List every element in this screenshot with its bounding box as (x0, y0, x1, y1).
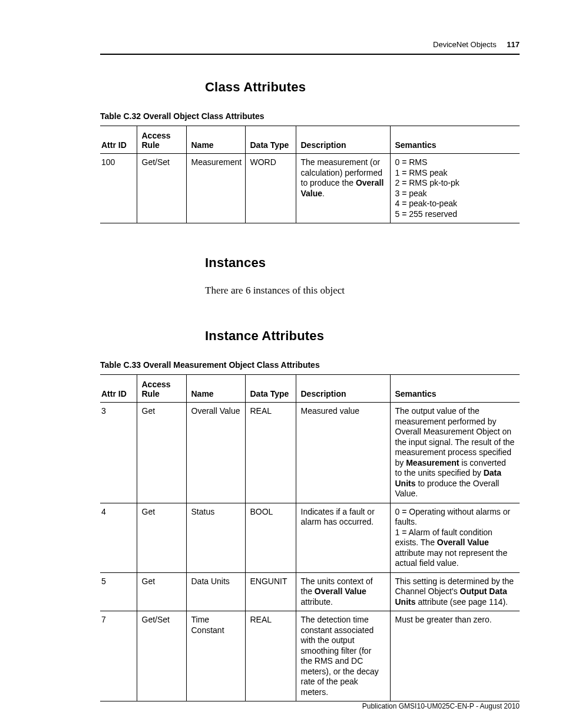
section-label: DeviceNet Objects (433, 40, 497, 49)
cell-desc: The detection time constant associated w… (296, 611, 390, 701)
cell-name: Data Units (186, 572, 245, 611)
cell-sem: This setting is determined by the Channe… (390, 572, 520, 611)
header-rule (100, 54, 520, 55)
cell-desc: Indicates if a fault or alarm has occurr… (296, 503, 390, 572)
cell-id: 100 (100, 154, 137, 223)
cell-dtype: BOOL (245, 503, 296, 572)
cell-dtype: ENGUNIT (245, 572, 296, 611)
cell-desc: The measurement (or calculation) perform… (296, 154, 390, 223)
table-row: 5 Get Data Units ENGUNIT The units conte… (100, 572, 520, 611)
col-name: Name (186, 126, 245, 154)
table-caption-c32: Table C.32 Overall Object Class Attribut… (100, 111, 520, 121)
cell-rule: Get (137, 572, 186, 611)
col-semantics: Semantics (390, 126, 520, 154)
cell-sem: Must be greater than zero. (390, 611, 520, 701)
col-data-type: Data Type (245, 126, 296, 154)
cell-sem: The output value of the measurement perf… (390, 403, 520, 503)
cell-id: 7 (100, 611, 137, 701)
cell-dtype: REAL (245, 611, 296, 701)
table-class-attributes: Attr ID Access Rule Name Data Type Descr… (100, 126, 520, 223)
cell-rule: Get/Set (137, 154, 186, 223)
table-row: 4 Get Status BOOL Indicates if a fault o… (100, 503, 520, 572)
footer-publication: Publication GMSI10-UM025C-EN-P - August … (362, 702, 520, 710)
heading-class-attributes: Class Attributes (205, 80, 520, 95)
col-description: Description (296, 126, 390, 154)
cell-rule: Get/Set (137, 611, 186, 701)
cell-id: 3 (100, 403, 137, 503)
instances-body: There are 6 instances of this object (205, 285, 520, 297)
col-access-rule: Access Rule (137, 126, 186, 154)
cell-name: Measurement (186, 154, 245, 223)
cell-desc: Measured value (296, 403, 390, 503)
cell-name: Time Constant (186, 611, 245, 701)
col-attr-id: Attr ID (100, 375, 137, 403)
cell-rule: Get (137, 503, 186, 572)
heading-instances: Instances (205, 255, 520, 271)
running-header: DeviceNet Objects 117 (100, 40, 520, 49)
cell-dtype: WORD (245, 154, 296, 223)
page-number: 117 (507, 40, 520, 49)
cell-name: Status (186, 503, 245, 572)
table-row: 3 Get Overall Value REAL Measured value … (100, 403, 520, 503)
table-header-row: Attr ID Access Rule Name Data Type Descr… (100, 375, 520, 403)
cell-name: Overall Value (186, 403, 245, 503)
table-instance-attributes: Attr ID Access Rule Name Data Type Descr… (100, 374, 520, 701)
col-semantics: Semantics (390, 375, 520, 403)
cell-id: 5 (100, 572, 137, 611)
col-attr-id: Attr ID (100, 126, 137, 154)
table-header-row: Attr ID Access Rule Name Data Type Descr… (100, 126, 520, 154)
col-name: Name (186, 375, 245, 403)
cell-id: 4 (100, 503, 137, 572)
col-description: Description (296, 375, 390, 403)
heading-instance-attributes: Instance Attributes (205, 328, 520, 344)
cell-dtype: REAL (245, 403, 296, 503)
cell-rule: Get (137, 403, 186, 503)
table-row: 100 Get/Set Measurement WORD The measure… (100, 154, 520, 223)
cell-sem: 0 = RMS 1 = RMS peak 2 = RMS pk-to-pk 3 … (390, 154, 520, 223)
col-data-type: Data Type (245, 375, 296, 403)
cell-desc: The units context of the Overall Value a… (296, 572, 390, 611)
cell-sem: 0 = Operating without alarms or faults. … (390, 503, 520, 572)
table-caption-c33: Table C.33 Overall Measurement Object Cl… (100, 360, 520, 370)
table-row: 7 Get/Set Time Constant REAL The detecti… (100, 611, 520, 701)
col-access-rule: Access Rule (137, 375, 186, 403)
